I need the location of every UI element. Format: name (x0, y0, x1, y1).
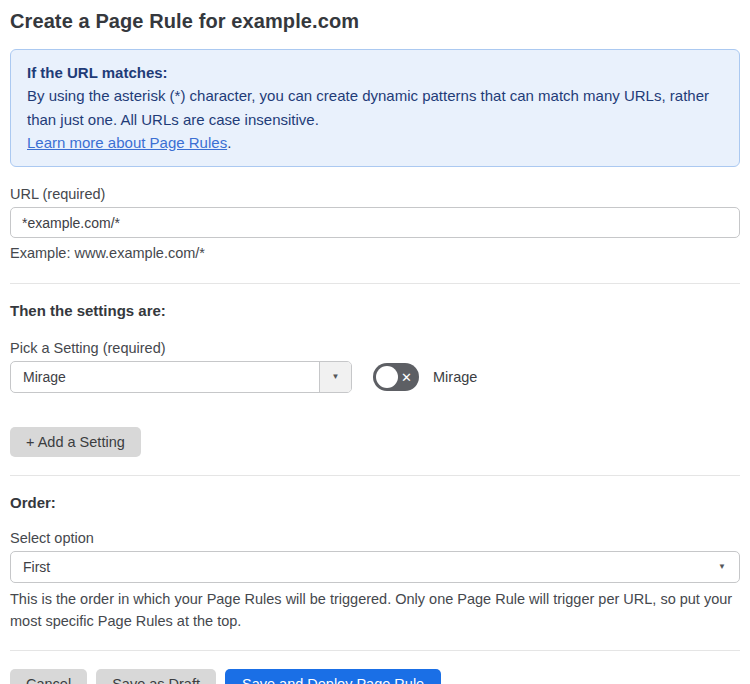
action-bar: Cancel Save as Draft Save and Deploy Pag… (10, 669, 740, 684)
section-divider (10, 283, 740, 284)
setting-select-value: Mirage (11, 369, 66, 385)
toggle-setting-label: Mirage (433, 369, 477, 385)
info-link-line: Learn more about Page Rules. (27, 131, 723, 154)
info-box-heading: If the URL matches: (27, 61, 723, 84)
setting-row: Mirage ▼ ✕ Mirage (10, 361, 740, 393)
create-page-rule-form: Create a Page Rule for example.com If th… (0, 0, 750, 684)
section-divider (10, 475, 740, 476)
order-helper-text: This is the order in which your Page Rul… (10, 589, 740, 633)
chevron-down-icon: ▼ (718, 563, 726, 571)
mirage-toggle[interactable]: ✕ (373, 363, 419, 391)
order-select-value: First (11, 559, 50, 575)
setting-select-arrow-button[interactable]: ▼ (319, 362, 351, 392)
url-example-helper: Example: www.example.com/* (10, 243, 740, 265)
save-draft-button[interactable]: Save as Draft (96, 669, 216, 684)
toggle-off-x-icon: ✕ (401, 370, 412, 383)
toggle-knob (376, 366, 398, 388)
pick-setting-label: Pick a Setting (required) (10, 340, 740, 356)
select-option-label: Select option (10, 530, 740, 546)
learn-more-link[interactable]: Learn more about Page Rules (27, 134, 227, 151)
cancel-button[interactable]: Cancel (10, 669, 87, 684)
link-period: . (227, 134, 231, 151)
add-setting-button[interactable]: + Add a Setting (10, 427, 141, 457)
url-field-block: URL (required) Example: www.example.com/… (10, 186, 740, 265)
order-select[interactable]: First ▼ (10, 551, 740, 583)
section-divider (10, 650, 740, 651)
info-box-body: By using the asterisk (*) character, you… (27, 84, 723, 131)
setting-select[interactable]: Mirage ▼ (10, 361, 352, 393)
url-label: URL (required) (10, 186, 740, 202)
url-match-info-box: If the URL matches: By using the asteris… (10, 49, 740, 167)
save-deploy-button[interactable]: Save and Deploy Page Rule (225, 669, 441, 684)
order-section-heading: Order: (10, 494, 740, 511)
page-title: Create a Page Rule for example.com (10, 8, 740, 33)
settings-section-heading: Then the settings are: (10, 302, 740, 319)
chevron-down-icon: ▼ (332, 373, 340, 381)
url-input[interactable] (10, 207, 740, 238)
